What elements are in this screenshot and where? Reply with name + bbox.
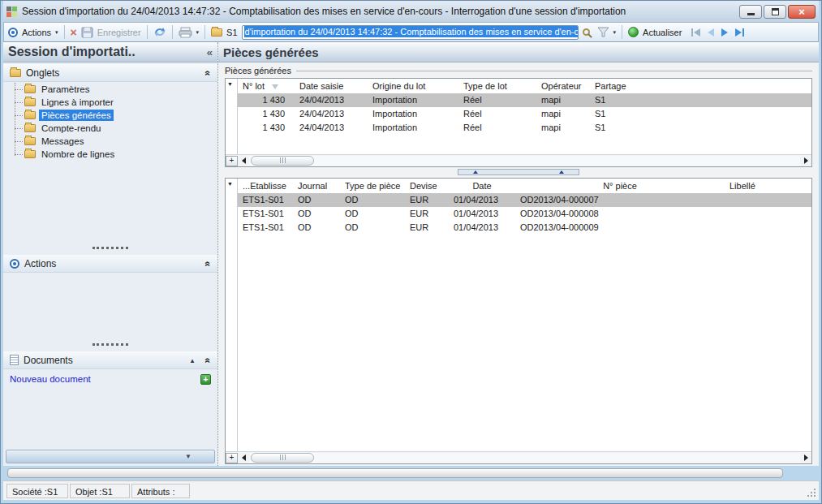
- sidebar-item-lignes-importer[interactable]: Lignes à importer: [15, 96, 214, 109]
- resize-grip[interactable]: [807, 489, 816, 497]
- scroll-thumb[interactable]: [251, 156, 314, 166]
- sidebar-bottom-dropdown-icon[interactable]: ▼: [185, 453, 192, 460]
- table-cell: OD2013/04-000009: [515, 221, 725, 235]
- onglets-section-header[interactable]: Onglets «: [3, 64, 217, 82]
- previous-record-button[interactable]: [705, 28, 717, 37]
- scroll-left-button[interactable]: [238, 453, 249, 463]
- table-cell: OD: [293, 221, 340, 235]
- column-header[interactable]: Opérateur: [536, 79, 590, 93]
- sidebar-splitter-dots[interactable]: [93, 343, 128, 346]
- new-document-link[interactable]: Nouveau document: [10, 374, 200, 384]
- scroll-track[interactable]: [249, 453, 800, 463]
- table-row[interactable]: ETS1-S01ODODEUR01/04/2013OD2013/04-00000…: [238, 221, 811, 235]
- column-header[interactable]: Date saisie: [295, 79, 368, 93]
- groupbox: Pièces générées: [225, 65, 812, 76]
- add-row-button[interactable]: +: [226, 453, 238, 463]
- column-header[interactable]: N° pièce: [515, 179, 725, 193]
- sidebar-item-nombre-de-lignes[interactable]: Nombre de lignes: [15, 148, 214, 161]
- pieces-hscrollbar[interactable]: +: [226, 451, 811, 463]
- sidebar-splitter-dots[interactable]: [93, 247, 128, 249]
- table-header-row: ...EtablisseJournalType de pièceDeviseDa…: [238, 179, 811, 193]
- column-header[interactable]: N° lot: [238, 79, 295, 93]
- collapse-chevron-icon[interactable]: «: [203, 261, 214, 266]
- scroll-right-button[interactable]: [800, 453, 811, 463]
- actions-section-header[interactable]: Actions «: [3, 255, 217, 273]
- column-header[interactable]: Partage: [590, 79, 811, 93]
- groupbox-label: Pièces générées: [225, 66, 291, 75]
- add-document-button[interactable]: +: [200, 374, 211, 385]
- next-record-button[interactable]: [719, 28, 730, 37]
- print-button[interactable]: [179, 27, 192, 38]
- filter-dropdown-icon[interactable]: ▾: [613, 29, 617, 36]
- search-icon[interactable]: [583, 28, 590, 36]
- grid-options-dropdown-icon[interactable]: ▼: [227, 81, 233, 87]
- table-cell: Réel: [458, 93, 536, 107]
- first-record-button[interactable]: [689, 28, 703, 37]
- app-window: Session d'importation du 24/04/2013 14:4…: [0, 0, 822, 504]
- main-header: Pièces générées: [218, 42, 819, 62]
- splitter-handle[interactable]: [458, 169, 579, 175]
- column-header[interactable]: Origine du lot: [368, 79, 458, 93]
- save-button[interactable]: Enregistrer: [97, 28, 141, 37]
- print-dropdown-icon[interactable]: ▾: [196, 29, 200, 36]
- minimize-button[interactable]: [739, 5, 762, 19]
- bottom-panel-bar[interactable]: [7, 468, 783, 478]
- close-button[interactable]: ×: [788, 5, 816, 19]
- table-cell: ETS1-S01: [238, 193, 293, 207]
- refresh-icon[interactable]: [153, 26, 166, 38]
- scroll-track[interactable]: [249, 156, 800, 166]
- scroll-up-icon[interactable]: ▴: [191, 356, 195, 364]
- actions-menu-button[interactable]: Actions: [22, 28, 51, 37]
- last-record-button[interactable]: [733, 28, 747, 37]
- lots-hscrollbar[interactable]: +: [226, 154, 811, 166]
- tree-item-label: Compte-rendu: [39, 123, 104, 134]
- table-row[interactable]: 1 43024/04/2013ImportationRéelmapiS1: [238, 93, 811, 107]
- documents-section-header[interactable]: Documents ▴ «: [3, 351, 217, 369]
- table-cell: S1: [590, 93, 811, 107]
- grid-options-dropdown-icon[interactable]: ▼: [227, 181, 233, 187]
- add-row-button[interactable]: +: [226, 156, 238, 166]
- tables-splitter[interactable]: [225, 167, 812, 176]
- table-cell: EUR: [405, 207, 449, 221]
- collapse-chevron-icon[interactable]: «: [203, 70, 214, 75]
- maximize-button[interactable]: [764, 5, 786, 19]
- table-row[interactable]: 1 43024/04/2013ImportationRéelmapiS1: [238, 107, 811, 121]
- sidebar-bottom-bar[interactable]: ▼: [6, 450, 215, 463]
- table-cell: 1 430: [238, 121, 295, 135]
- delete-button[interactable]: ×: [71, 27, 77, 38]
- title-bar: Session d'importation du 24/04/2013 14:4…: [3, 1, 819, 22]
- lots-table: ▼ N° lotDate saisieOrigine du lotType de…: [225, 78, 812, 167]
- table-row[interactable]: ETS1-S01ODODEUR01/04/2013OD2013/04-00000…: [238, 193, 811, 207]
- filter-icon[interactable]: [597, 27, 609, 38]
- sidebar-item-compte-rendu[interactable]: Compte-rendu: [15, 122, 214, 135]
- column-header[interactable]: ...Etablisse: [238, 179, 293, 193]
- table-row[interactable]: 1 43024/04/2013ImportationRéelmapiS1: [238, 121, 811, 135]
- folder-icon: [24, 98, 36, 106]
- actions-dropdown-icon[interactable]: ▾: [55, 29, 58, 36]
- scroll-thumb[interactable]: [251, 453, 314, 463]
- folder-icon: [24, 85, 36, 93]
- table-row[interactable]: ETS1-S01ODODEUR01/04/2013OD2013/04-00000…: [238, 207, 811, 221]
- column-header[interactable]: Libellé: [725, 179, 811, 193]
- collapse-chevron-icon[interactable]: «: [203, 357, 214, 363]
- column-header[interactable]: Devise: [405, 179, 449, 193]
- pieces-table: ▼ ...EtablisseJournalType de pièceDevise…: [225, 178, 812, 464]
- session-select[interactable]: d'importation du 24/04/2013 14:47:32 - C…: [242, 25, 579, 40]
- table-cell: Réel: [458, 107, 536, 121]
- sidebar-item-pi-ces-g-n-r-es[interactable]: Pièces générées: [15, 109, 214, 122]
- lots-table-gutter: ▼: [226, 79, 238, 154]
- tree-item-label: Pièces générées: [39, 110, 114, 121]
- scroll-left-button[interactable]: [238, 156, 249, 166]
- sidebar-collapse-button[interactable]: «: [207, 46, 213, 58]
- actions-section-icon: [10, 259, 19, 269]
- table-cell: 01/04/2013: [449, 207, 515, 221]
- scroll-right-button[interactable]: [800, 156, 811, 166]
- column-header[interactable]: Journal: [293, 179, 340, 193]
- column-header[interactable]: Type de lot: [458, 79, 536, 93]
- sidebar-item-param-tres[interactable]: Paramètres: [15, 83, 214, 96]
- column-header[interactable]: Date: [449, 179, 515, 193]
- sidebar-item-messages[interactable]: Messages: [15, 135, 214, 148]
- column-header[interactable]: Type de pièce: [340, 179, 405, 193]
- refresh-button[interactable]: Actualiser: [643, 28, 682, 37]
- table-cell: EUR: [405, 221, 449, 235]
